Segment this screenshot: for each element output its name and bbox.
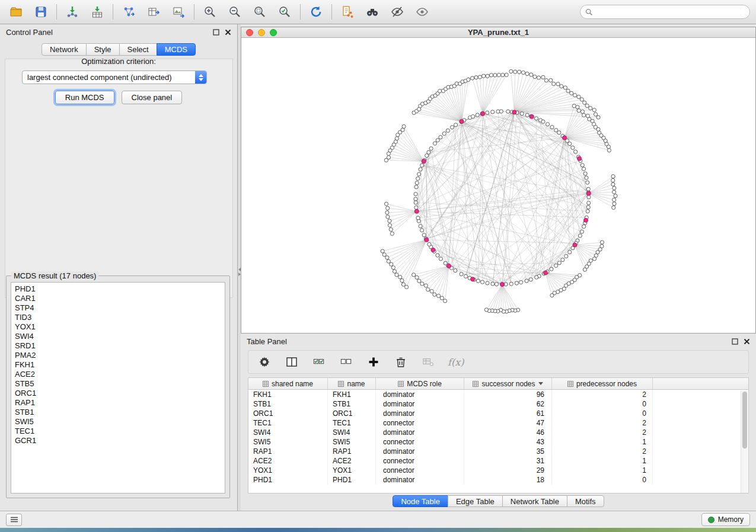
table-cell[interactable]: connector bbox=[376, 437, 464, 447]
network-node[interactable] bbox=[426, 288, 430, 291]
network-node[interactable] bbox=[568, 142, 572, 146]
network-node[interactable] bbox=[419, 168, 422, 171]
network-node[interactable] bbox=[417, 279, 421, 283]
window-close-icon[interactable] bbox=[246, 29, 253, 36]
table-cell[interactable]: YOX1 bbox=[248, 466, 328, 475]
export-image-button[interactable] bbox=[168, 3, 189, 21]
mcds-result-item[interactable]: ORC1 bbox=[15, 389, 225, 398]
network-node[interactable] bbox=[460, 273, 463, 276]
tab-edge-table[interactable]: Edge Table bbox=[448, 495, 503, 507]
network-node[interactable] bbox=[385, 256, 389, 259]
network-node[interactable] bbox=[422, 233, 426, 237]
table-cell[interactable]: PHD1 bbox=[248, 475, 328, 485]
network-node[interactable] bbox=[600, 241, 604, 244]
network-node[interactable] bbox=[499, 110, 503, 113]
mcds-result-item[interactable]: STP4 bbox=[15, 303, 225, 313]
network-node[interactable] bbox=[550, 294, 554, 297]
table-cell[interactable]: 31 bbox=[464, 456, 552, 466]
table-cell[interactable]: 47 bbox=[464, 418, 552, 428]
table-cell[interactable]: PHD1 bbox=[328, 475, 376, 485]
network-node[interactable] bbox=[587, 201, 591, 205]
network-node[interactable] bbox=[454, 269, 457, 273]
network-node[interactable] bbox=[484, 308, 488, 312]
status-menu-button[interactable] bbox=[6, 514, 22, 526]
network-node[interactable] bbox=[436, 139, 439, 142]
export-network-button[interactable] bbox=[119, 3, 139, 21]
tab-network[interactable]: Network bbox=[42, 43, 87, 56]
network-node[interactable] bbox=[395, 273, 398, 277]
table-row[interactable]: YOX1YOX1connector291 bbox=[248, 466, 748, 475]
export-table-button[interactable] bbox=[143, 3, 164, 21]
network-node[interactable] bbox=[546, 123, 550, 126]
network-node[interactable] bbox=[564, 254, 568, 258]
network-node[interactable] bbox=[563, 86, 567, 89]
network-node[interactable] bbox=[613, 198, 616, 201]
network-node[interactable] bbox=[613, 186, 616, 190]
network-node[interactable] bbox=[390, 232, 394, 235]
table-row[interactable]: PHD1PHD1dominator180 bbox=[248, 475, 748, 485]
column-layout-button[interactable] bbox=[284, 354, 299, 370]
network-node[interactable] bbox=[478, 75, 481, 79]
network-node[interactable] bbox=[583, 268, 586, 271]
mcds-result-item[interactable]: TEC1 bbox=[15, 427, 225, 436]
network-node[interactable] bbox=[414, 197, 417, 201]
network-node[interactable] bbox=[474, 76, 478, 79]
network-node-dominator[interactable] bbox=[460, 120, 464, 124]
zoom-selected-button[interactable] bbox=[275, 3, 295, 21]
column-header-shared-name[interactable]: shared name bbox=[248, 378, 328, 389]
network-node[interactable] bbox=[592, 108, 596, 112]
table-cell[interactable]: 43 bbox=[464, 437, 552, 447]
network-node[interactable] bbox=[580, 164, 584, 167]
network-node[interactable] bbox=[541, 75, 545, 79]
network-node-dominator[interactable] bbox=[584, 218, 588, 222]
network-node[interactable] bbox=[440, 296, 444, 300]
table-cell[interactable]: 61 bbox=[464, 409, 552, 418]
network-node-dominator[interactable] bbox=[447, 264, 451, 268]
window-minimize-icon[interactable] bbox=[258, 29, 265, 36]
network-node[interactable] bbox=[568, 250, 572, 254]
network-node[interactable] bbox=[519, 280, 523, 284]
refresh-button[interactable] bbox=[306, 3, 326, 21]
tab-mcds[interactable]: MCDS bbox=[157, 43, 196, 56]
zoom-fit-button[interactable] bbox=[250, 3, 270, 21]
network-node-dominator[interactable] bbox=[573, 243, 577, 247]
table-cell[interactable]: ORC1 bbox=[248, 409, 328, 418]
network-node[interactable] bbox=[550, 267, 553, 271]
network-node[interactable] bbox=[428, 242, 431, 246]
network-node[interactable] bbox=[417, 172, 421, 176]
network-node[interactable] bbox=[541, 120, 545, 123]
table-cell[interactable]: 96 bbox=[464, 390, 552, 399]
network-node[interactable] bbox=[607, 149, 611, 152]
network-node[interactable] bbox=[611, 178, 615, 182]
tab-motifs[interactable]: Motifs bbox=[567, 495, 604, 507]
network-node[interactable] bbox=[557, 261, 561, 265]
table-cell[interactable]: 62 bbox=[464, 399, 552, 409]
network-node[interactable] bbox=[614, 194, 617, 198]
network-node-dominator[interactable] bbox=[471, 277, 475, 281]
mcds-result-item[interactable]: PHD1 bbox=[15, 284, 225, 294]
network-node[interactable] bbox=[438, 89, 442, 93]
network-node[interactable] bbox=[611, 175, 615, 178]
network-node[interactable] bbox=[509, 69, 513, 73]
table-cell[interactable]: 35 bbox=[464, 447, 552, 456]
network-node[interactable] bbox=[505, 73, 508, 76]
search-input[interactable] bbox=[593, 7, 745, 17]
network-node[interactable] bbox=[415, 275, 419, 279]
network-node[interactable] bbox=[430, 290, 433, 293]
network-node[interactable] bbox=[576, 105, 579, 109]
zoom-out-button[interactable] bbox=[225, 3, 245, 21]
table-cell[interactable]: SWI4 bbox=[328, 428, 376, 437]
network-node-dominator[interactable] bbox=[563, 136, 567, 140]
network-node[interactable] bbox=[593, 257, 596, 261]
network-node[interactable] bbox=[420, 282, 424, 286]
mcds-result-item[interactable]: STB1 bbox=[15, 408, 225, 417]
table-cell[interactable]: connector bbox=[376, 418, 464, 428]
close-panel-icon[interactable] bbox=[225, 29, 231, 36]
mcds-result-item[interactable]: YOX1 bbox=[15, 322, 225, 332]
table-cell[interactable]: RAP1 bbox=[328, 447, 376, 456]
network-node[interactable] bbox=[433, 293, 436, 296]
network-node[interactable] bbox=[537, 76, 541, 79]
network-node[interactable] bbox=[585, 176, 588, 180]
table-cell[interactable]: dominator bbox=[376, 447, 464, 456]
network-node[interactable] bbox=[476, 113, 479, 117]
